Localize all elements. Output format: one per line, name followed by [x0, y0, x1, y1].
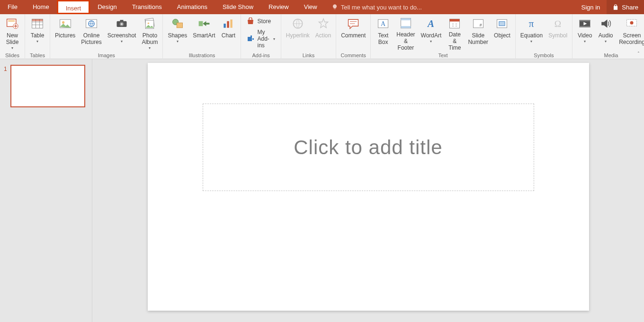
chevron-down-icon: ▾: [36, 39, 38, 44]
header-footer-button[interactable]: Header & Footer: [394, 15, 418, 51]
tell-me-placeholder: Tell me what you want to do...: [341, 4, 422, 11]
tab-file[interactable]: File: [0, 0, 25, 14]
screenshot-button[interactable]: Screenshot ▾: [105, 15, 139, 51]
action-icon: [316, 16, 331, 31]
smartart-button[interactable]: SmartArt: [190, 15, 218, 51]
svg-rect-19: [224, 24, 226, 28]
equation-button[interactable]: π Equation ▾: [518, 15, 546, 51]
chevron-down-icon: ▾: [121, 39, 123, 44]
tab-view[interactable]: View: [296, 0, 325, 14]
group-images: Pictures Online Pictures Screenshot ▾ Ph…: [50, 14, 163, 59]
picture-icon: [58, 16, 73, 31]
svg-rect-24: [252, 38, 254, 40]
title-placeholder[interactable]: Click to add title: [203, 104, 534, 191]
svg-text:A: A: [381, 20, 386, 27]
group-media: Video ▾ Audio ▾ Screen Recording Media: [572, 14, 644, 59]
svg-point-11: [121, 23, 123, 25]
shapes-button[interactable]: Shapes ▾: [165, 15, 190, 51]
svg-text:π: π: [529, 18, 534, 29]
chart-button[interactable]: Chart: [218, 15, 239, 51]
new-slide-icon: [5, 16, 20, 31]
pictures-button[interactable]: Pictures: [52, 15, 78, 51]
ribbon: New Slide ▾ Slides Table ▾ Tables Pictur…: [0, 14, 644, 59]
chevron-down-icon: ▾: [273, 37, 275, 41]
audio-button[interactable]: Audio ▾: [595, 15, 616, 51]
svg-rect-29: [401, 18, 411, 20]
new-slide-button[interactable]: New Slide ▾: [2, 15, 23, 51]
main-area: 1 Click to add title: [0, 59, 644, 322]
tab-insert[interactable]: Insert: [57, 0, 90, 14]
comment-button[interactable]: Comment: [338, 15, 368, 51]
svg-point-44: [630, 21, 634, 25]
group-tables: Table ▾ Tables: [25, 14, 50, 59]
slide-thumbnail-1[interactable]: 1: [4, 65, 88, 107]
svg-rect-42: [580, 26, 590, 27]
svg-rect-22: [248, 37, 252, 41]
hyperlink-button: Hyperlink: [283, 15, 313, 51]
action-button: Action: [313, 15, 334, 51]
object-button[interactable]: Object: [491, 15, 513, 51]
thumbnail-preview[interactable]: [10, 65, 85, 107]
text-box-button[interactable]: A Text Box: [373, 15, 394, 51]
addins-icon: [247, 35, 254, 43]
comment-icon: [346, 16, 361, 31]
chevron-down-icon: ▾: [11, 46, 13, 50]
tab-slideshow[interactable]: Slide Show: [215, 0, 261, 14]
chart-icon: [221, 16, 236, 31]
svg-rect-37: [499, 22, 505, 26]
symbol-icon: Ω: [550, 16, 565, 31]
chevron-down-icon: ▾: [605, 39, 607, 44]
svg-rect-30: [401, 26, 411, 28]
shapes-icon: [170, 16, 185, 31]
hyperlink-icon: [290, 16, 305, 31]
chevron-down-icon: ▾: [584, 39, 586, 44]
svg-rect-23: [250, 35, 252, 37]
svg-rect-4: [32, 19, 43, 21]
screen-recording-icon: [624, 16, 639, 31]
collapse-ribbon-button[interactable]: ˆ: [636, 51, 641, 58]
tab-design[interactable]: Design: [90, 0, 124, 14]
chevron-down-icon: ▾: [430, 39, 432, 44]
my-addins-button[interactable]: My Add-ins ▾: [247, 29, 275, 49]
svg-rect-21: [231, 19, 233, 28]
textbox-icon: A: [376, 16, 391, 31]
svg-point-15: [148, 22, 150, 24]
share-button[interactable]: Share: [607, 0, 644, 14]
sign-in-link[interactable]: Sign in: [575, 4, 607, 11]
slide-number-icon: #: [471, 16, 486, 31]
wordart-button[interactable]: A WordArt ▾: [418, 15, 445, 51]
slide[interactable]: Click to add title: [148, 63, 589, 311]
object-icon: [494, 16, 510, 31]
tab-review[interactable]: Review: [261, 0, 296, 14]
slide-canvas-area[interactable]: Click to add title: [92, 59, 644, 322]
video-button[interactable]: Video ▾: [574, 15, 595, 51]
tab-transitions[interactable]: Transitions: [125, 0, 170, 14]
screen-recording-button[interactable]: Screen Recording: [616, 15, 644, 51]
svg-rect-12: [120, 20, 124, 22]
photo-album-button[interactable]: Photo Album ▾: [139, 15, 161, 51]
group-symbols: π Equation ▾ Ω Symbol Symbols: [516, 14, 572, 59]
svg-text:A: A: [427, 18, 434, 29]
date-time-button[interactable]: Date & Time: [444, 15, 465, 51]
svg-rect-1: [8, 20, 15, 22]
table-button[interactable]: Table ▾: [27, 15, 48, 51]
symbol-button: Ω Symbol: [546, 15, 570, 51]
online-pictures-button[interactable]: Online Pictures: [78, 15, 104, 51]
smartart-icon: [197, 16, 212, 31]
svg-rect-20: [227, 21, 229, 28]
tab-strip: File Home Insert Design Transitions Anim…: [0, 0, 644, 14]
svg-text:#: #: [480, 23, 482, 27]
header-footer-icon: [398, 16, 413, 30]
store-button[interactable]: Store: [247, 17, 275, 25]
group-addins: Store My Add-ins ▾ Add-ins: [241, 14, 281, 59]
group-illustrations: Shapes ▾ SmartArt Chart Illustrations: [163, 14, 241, 59]
tell-me-search[interactable]: Tell me what you want to do...: [331, 4, 422, 11]
chevron-down-icon: ▾: [530, 39, 532, 44]
slide-number-button[interactable]: # Slide Number: [465, 15, 491, 51]
slide-thumbnail-pane[interactable]: 1: [0, 59, 92, 322]
equation-icon: π: [524, 16, 539, 31]
tab-animations[interactable]: Animations: [170, 0, 215, 14]
titlebar-right: Sign in Share: [575, 0, 644, 14]
tab-home[interactable]: Home: [25, 0, 57, 14]
video-icon: [577, 16, 592, 31]
